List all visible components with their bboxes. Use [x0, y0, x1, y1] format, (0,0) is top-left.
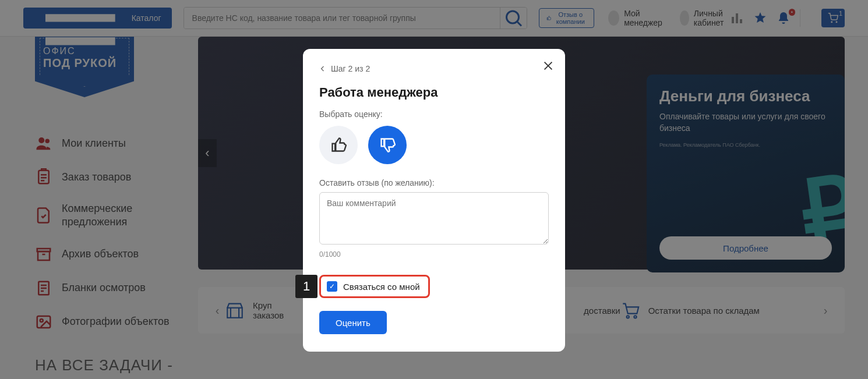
- rate-label: Выбрать оценку:: [319, 109, 549, 119]
- thumbs-down-icon: [379, 137, 396, 153]
- check-icon: ✓: [329, 282, 335, 291]
- contact-me-label: Связаться со мной: [343, 282, 420, 292]
- thumbs-up-icon: [330, 137, 347, 153]
- modal-overlay: Шаг 2 из 2 Работа менеджера Выбрать оцен…: [0, 0, 868, 379]
- annotation-marker: 1: [295, 275, 317, 298]
- chevron-left-icon: [319, 65, 326, 72]
- thumbs-up-button[interactable]: [319, 126, 358, 164]
- rating-modal: Шаг 2 из 2 Работа менеджера Выбрать оцен…: [303, 49, 565, 352]
- close-button[interactable]: [542, 59, 555, 72]
- contact-me-highlight: 1 ✓ Связаться со мной: [319, 275, 430, 298]
- char-counter: 0/1000: [319, 250, 549, 258]
- review-textarea[interactable]: [319, 192, 549, 245]
- contact-me-checkbox[interactable]: ✓: [327, 281, 337, 292]
- modal-title: Работа менеджера: [319, 85, 549, 100]
- close-icon: [542, 59, 555, 72]
- review-label: Оставить отзыв (по желанию):: [319, 178, 549, 187]
- rate-row: [319, 126, 549, 164]
- step-back-button[interactable]: Шаг 2 из 2: [319, 64, 549, 73]
- submit-rating-button[interactable]: Оценить: [319, 311, 387, 334]
- thumbs-down-button[interactable]: [368, 126, 407, 164]
- step-label: Шаг 2 из 2: [331, 64, 370, 73]
